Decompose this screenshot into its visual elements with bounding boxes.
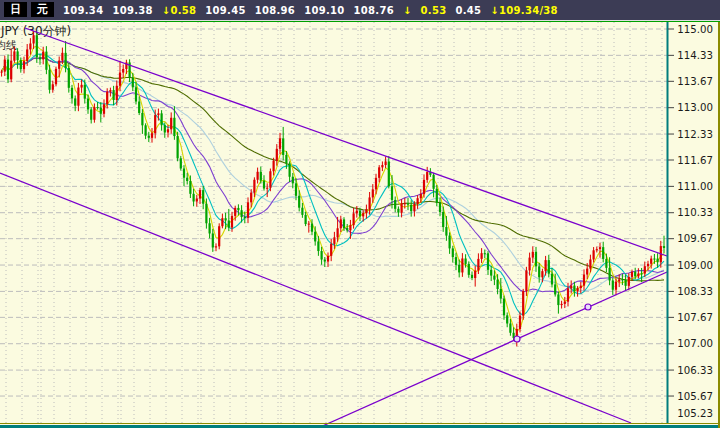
candle-up <box>1 72 3 73</box>
candle-up <box>593 250 595 259</box>
quote-field: 109.10 <box>304 5 344 16</box>
candle-down <box>39 57 41 59</box>
candle-up <box>644 266 646 273</box>
candle-up <box>372 189 374 197</box>
candle-down <box>97 107 99 108</box>
candle-up <box>119 73 121 86</box>
candle-up <box>196 199 198 202</box>
candle-up <box>308 224 310 225</box>
candlestick-chart[interactable]: JPY (30分钟) 均线 115.00114.33113.67113.0011… <box>0 22 720 428</box>
price-axis-label: 107.67 <box>677 312 713 323</box>
candle-up <box>541 271 543 277</box>
candle-down <box>305 215 307 224</box>
symbol-char: 元 <box>31 2 54 17</box>
candle-up <box>356 211 358 214</box>
price-axis-label: 111.00 <box>677 181 713 192</box>
candle-down <box>65 53 67 68</box>
price-axis-label: 114.33 <box>677 50 713 61</box>
candle-up <box>586 269 588 275</box>
candle-down <box>292 177 294 184</box>
candle-up <box>279 138 281 148</box>
candle-up <box>23 61 25 69</box>
candle-up <box>519 316 521 329</box>
candle-up <box>167 129 169 132</box>
candle-up <box>583 275 585 286</box>
candle-up <box>103 104 105 114</box>
candle-down <box>298 196 300 208</box>
trendline-handle[interactable] <box>514 336 520 342</box>
candle-up <box>55 69 57 84</box>
candle-up <box>157 113 159 115</box>
candle-down <box>113 90 115 100</box>
candle-down <box>145 125 147 135</box>
candle-down <box>468 264 470 275</box>
candle-down <box>445 227 447 236</box>
candle-down <box>449 236 451 249</box>
candle-up <box>567 288 569 301</box>
candle-up <box>10 61 12 80</box>
candle-down <box>641 273 643 274</box>
candle-up <box>231 216 233 228</box>
candle-down <box>180 158 182 168</box>
trendline-handle[interactable] <box>585 304 591 310</box>
candle-down <box>612 280 614 289</box>
candle-up <box>58 61 60 69</box>
candle-up <box>525 270 527 291</box>
candle-down <box>458 265 460 273</box>
candle-up <box>116 86 118 100</box>
candle-down <box>343 219 345 228</box>
candle-down <box>241 210 243 217</box>
candle-down <box>177 136 179 158</box>
candle-down <box>138 102 140 113</box>
candle-up <box>564 302 566 304</box>
candle-up <box>77 88 79 106</box>
candle-up <box>26 49 28 61</box>
candle-up <box>333 237 335 244</box>
candle-down <box>148 136 150 138</box>
candle-down <box>87 99 89 110</box>
quote-field: 109.34 <box>63 5 103 16</box>
price-axis-label: 108.33 <box>677 286 713 297</box>
candle-up <box>4 60 6 72</box>
candle-up <box>589 259 591 268</box>
candle-up <box>276 149 278 161</box>
candle-down <box>394 200 396 209</box>
candle-down <box>551 274 553 285</box>
candle-down <box>388 161 390 186</box>
candle-up <box>273 161 275 171</box>
candle-up <box>426 172 428 180</box>
candle-down <box>621 279 623 280</box>
candle-up <box>170 118 172 129</box>
candle-down <box>503 299 505 316</box>
candle-up <box>93 107 95 120</box>
candle-up <box>353 213 355 225</box>
candle-down <box>228 220 230 227</box>
candle-up <box>247 202 249 217</box>
candle-down <box>173 118 175 136</box>
candle-up <box>42 52 44 60</box>
candle-up <box>122 69 124 73</box>
candle-up <box>618 279 620 281</box>
candle-up <box>580 286 582 288</box>
candle-down <box>433 175 435 189</box>
candle-down <box>554 284 556 294</box>
candle-up <box>369 197 371 209</box>
candle-down <box>295 183 297 195</box>
candle-down <box>439 203 441 212</box>
chart-background <box>0 22 720 428</box>
candle-down <box>100 108 102 114</box>
candle-down <box>141 113 143 125</box>
candle-up <box>266 188 268 189</box>
candle-up <box>532 252 534 258</box>
candle-up <box>381 165 383 167</box>
candle-up <box>221 218 223 226</box>
candle-down <box>497 280 499 289</box>
candle-down <box>193 194 195 202</box>
candle-down <box>311 224 313 232</box>
price-axis-label: 107.00 <box>677 338 713 349</box>
candle-up <box>461 258 463 272</box>
candle-down <box>625 280 627 286</box>
candle-up <box>61 53 63 61</box>
candle-up <box>365 209 367 213</box>
candle-down <box>36 35 38 57</box>
